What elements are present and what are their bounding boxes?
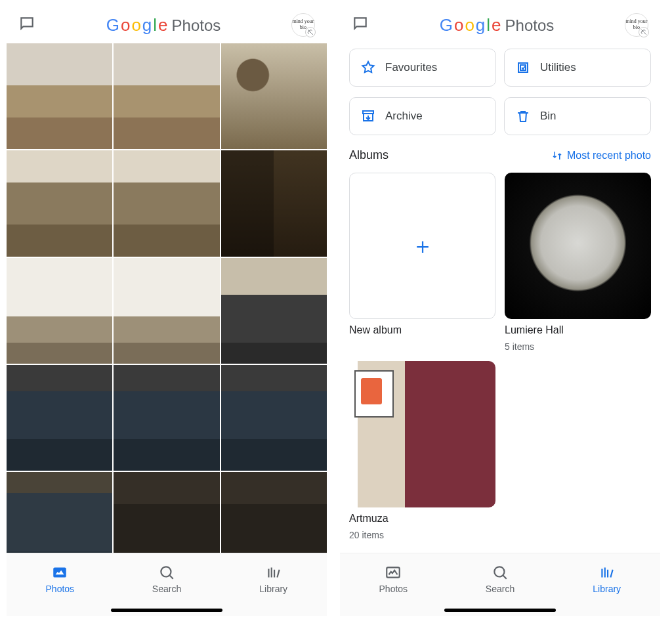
svg-point-5 (494, 567, 504, 576)
topbar: Google Photos mind your bio (7, 7, 327, 43)
photo-thumbnail[interactable] (221, 258, 327, 364)
album-item[interactable]: Artmuza 20 items (349, 361, 495, 540)
library-screen: Google Photos mind your bio Favourites U… (340, 7, 660, 616)
nav-photos[interactable]: Photos (340, 553, 447, 604)
home-indicator[interactable] (444, 609, 556, 612)
nav-search[interactable]: Search (114, 553, 220, 604)
album-subtitle: 20 items (349, 530, 495, 540)
backup-off-icon (639, 27, 649, 37)
button-label: Archive (385, 110, 423, 123)
nav-label: Search (152, 584, 181, 594)
photo-thumbnail[interactable] (221, 150, 327, 256)
album-thumbnail (349, 361, 495, 507)
nav-library[interactable]: Library (553, 553, 660, 604)
svg-rect-3 (363, 111, 373, 114)
google-photos-logo: Google Photos (106, 15, 221, 35)
album-item[interactable]: Lumiere Hall 5 items (505, 173, 651, 352)
album-title: New album (349, 324, 495, 336)
photo-thumbnail[interactable] (114, 258, 219, 364)
album-new[interactable]: ＋ New album (349, 173, 495, 352)
nav-photos[interactable]: Photos (7, 553, 114, 604)
bottom-nav: Photos Search Library (7, 553, 327, 616)
album-grid: ＋ New album Lumiere Hall 5 items Artmuza… (349, 173, 651, 540)
button-label: Bin (540, 110, 556, 123)
photo-thumbnail[interactable] (114, 472, 219, 553)
photo-thumbnail[interactable] (221, 472, 327, 553)
album-subtitle: 5 items (505, 341, 651, 352)
library-content: Favourites Utilities Archive Bin Albums … (340, 43, 660, 553)
album-thumbnail (505, 173, 651, 319)
button-label: Favourites (385, 61, 437, 74)
album-title: Lumiere Hall (505, 324, 651, 336)
nav-label: Photos (379, 584, 408, 594)
chat-icon[interactable] (352, 15, 369, 35)
chat-icon[interactable] (18, 15, 35, 35)
account-avatar[interactable]: mind your bio (625, 13, 648, 37)
photo-thumbnail[interactable] (114, 365, 219, 471)
albums-header: Albums Most recent photo (349, 148, 651, 162)
bottom-nav: Photos Search Library (340, 553, 660, 616)
favourites-button[interactable]: Favourites (349, 49, 496, 87)
album-title: Artmuza (349, 513, 495, 525)
home-indicator[interactable] (111, 609, 222, 612)
photo-thumbnail[interactable] (7, 258, 112, 364)
photo-thumbnail[interactable] (7, 150, 112, 256)
photo-thumbnail[interactable] (7, 472, 112, 553)
photo-thumbnail[interactable] (7, 43, 112, 149)
button-label: Utilities (540, 61, 576, 74)
plus-icon: ＋ (349, 173, 495, 319)
archive-button[interactable]: Archive (349, 97, 496, 135)
photo-thumbnail[interactable] (114, 43, 219, 149)
account-avatar[interactable]: mind your bio (291, 13, 315, 37)
svg-point-1 (161, 567, 171, 576)
utilities-button[interactable]: Utilities (504, 49, 651, 87)
backup-off-icon (305, 27, 316, 37)
photo-thumbnail[interactable] (114, 150, 219, 256)
photo-thumbnail[interactable] (221, 43, 327, 149)
photo-thumbnail[interactable] (7, 365, 112, 471)
nav-label: Search (486, 584, 514, 594)
albums-title: Albums (349, 148, 388, 162)
photos-screen: Google Photos mind your bio (7, 7, 327, 616)
nav-label: Library (593, 584, 621, 594)
nav-search[interactable]: Search (447, 553, 554, 604)
sort-label: Most recent photo (567, 150, 651, 161)
photo-thumbnail[interactable] (221, 365, 327, 471)
nav-label: Library (259, 584, 287, 594)
nav-library[interactable]: Library (220, 553, 327, 604)
photo-grid[interactable] (7, 43, 327, 553)
topbar: Google Photos mind your bio (340, 7, 660, 43)
sort-button[interactable]: Most recent photo (551, 150, 651, 161)
bin-button[interactable]: Bin (504, 97, 651, 135)
nav-label: Photos (46, 584, 75, 594)
google-photos-logo: Google Photos (440, 15, 555, 35)
